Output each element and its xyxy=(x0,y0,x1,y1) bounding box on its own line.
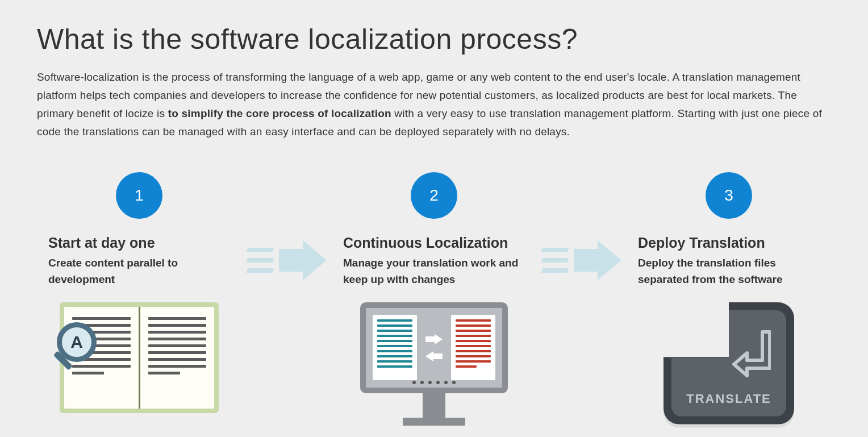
step-2-title: Continuous Localization xyxy=(343,235,508,251)
enter-arrow-icon xyxy=(731,329,771,380)
intro-paragraph: Software-localization is the process of … xyxy=(37,68,831,141)
page-title: What is the software localization proces… xyxy=(37,23,831,56)
step-2-badge: 2 xyxy=(411,172,457,219)
step-3-badge: 3 xyxy=(706,172,752,219)
magnifying-glass-icon: A xyxy=(57,322,111,376)
step-2-subtitle: Manage your translation work and keep up… xyxy=(343,255,525,288)
exchange-icon xyxy=(425,334,443,361)
step-1-subtitle: Create content parallel to development xyxy=(48,255,230,288)
intro-text-bold: to simplify the core process of localiza… xyxy=(168,107,391,119)
step-3: 3 Deploy Translation Deploy the translat… xyxy=(638,172,820,424)
computer-icon xyxy=(356,302,512,430)
steps-row: 1 Start at day one Create content parall… xyxy=(37,172,831,430)
translate-key-icon: TRANSLATE xyxy=(663,302,794,424)
step-3-title: Deploy Translation xyxy=(638,235,765,251)
translate-key-label: TRANSLATE xyxy=(686,392,771,406)
step-1-badge: 1 xyxy=(116,172,162,219)
book-icon: A xyxy=(60,302,219,413)
arrow-right-icon xyxy=(247,240,327,280)
step-1-title: Start at day one xyxy=(48,235,155,251)
step-3-subtitle: Deploy the translation files separated f… xyxy=(638,255,820,288)
step-2: 2 Continuous Localization Manage your tr… xyxy=(343,172,525,430)
arrow-right-icon xyxy=(542,240,621,280)
step-1: 1 Start at day one Create content parall… xyxy=(48,172,230,413)
